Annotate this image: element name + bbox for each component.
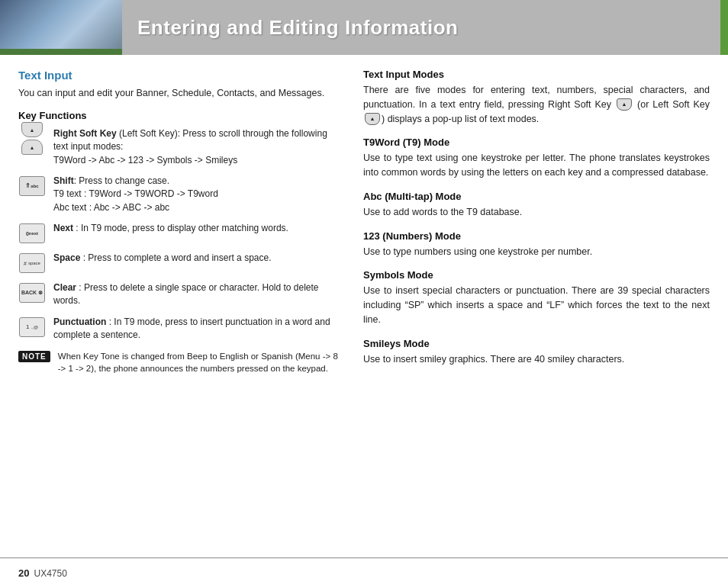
next-label: Next — [53, 223, 73, 233]
next-text: Next : In T9 mode, press to display othe… — [53, 222, 339, 235]
next-icon-wrap: 0next — [18, 223, 46, 244]
symbols-section: Symbols Mode Use to insert special chara… — [363, 269, 710, 326]
space-icon-wrap: # space — [18, 252, 46, 274]
smileys-text: Use to insert smiley graphics. There are… — [363, 352, 710, 367]
clear-label: Clear — [53, 282, 76, 293]
shift-label: Shift — [53, 175, 74, 186]
key-row-punct: 1 .,@ Punctuation : In T9 mode, press to… — [18, 316, 339, 342]
header: Entering and Editing Information — [0, 0, 728, 55]
next-key-icon: 0next — [19, 223, 45, 243]
numbers-text: Use to type numbers using one keystroke … — [363, 245, 710, 259]
left-soft-key-icon: ▲ — [21, 140, 43, 155]
note-row: NOTE When Key Tone is changed from Beep … — [18, 350, 339, 375]
abc-text: Use to add words to the T9 database. — [363, 205, 710, 220]
key-row-next: 0next Next : In T9 mode, press to displa… — [18, 222, 339, 244]
softkey-icon: ▲ ▲ — [18, 128, 46, 149]
right-soft-key-inline-icon: ▲ — [617, 98, 632, 111]
abc-section: Abc (Multi-tap) Mode Use to add words to… — [363, 191, 710, 220]
footer-page-number: 20 — [18, 567, 29, 579]
shift-key-icon: ⇑ abc — [19, 176, 45, 196]
text-input-modes-section: Text Input Modes There are five modes fo… — [363, 69, 710, 126]
header-accent — [720, 0, 728, 55]
t9word-text: Use to type text using one keystroke per… — [363, 151, 710, 180]
section-title: Text Input — [18, 69, 339, 82]
symbols-text: Use to insert special characters or punc… — [363, 284, 710, 326]
intro-text: You can input and edit your Banner, Sche… — [18, 86, 339, 101]
space-label: Space — [53, 252, 80, 263]
t9word-title: T9Word (T9) Mode — [363, 137, 710, 148]
note-badge: NOTE — [18, 351, 50, 362]
space-key-icon: # space — [19, 253, 45, 273]
header-image — [0, 0, 122, 55]
smileys-title: Smileys Mode — [363, 338, 710, 349]
back-key-icon: BACK ⊗ — [19, 283, 45, 303]
key-functions: ▲ ▲ Right Soft Key (Left Soft Key): Pres… — [18, 127, 339, 342]
left-column: Text Input You can input and edit your B… — [18, 69, 339, 557]
smileys-section: Smileys Mode Use to insert smiley graphi… — [363, 338, 710, 367]
key-row-space: # space Space : Press to complete a word… — [18, 252, 339, 274]
footer-model: UX4750 — [34, 568, 66, 579]
numbers-title: 123 (Numbers) Mode — [363, 230, 710, 242]
right-soft-key-icon: ▲ — [21, 122, 43, 137]
space-text: Space : Press to complete a word and ins… — [53, 252, 339, 265]
softkey-text: Right Soft Key (Left Soft Key): Press to… — [53, 127, 339, 167]
symbols-title: Symbols Mode — [363, 269, 710, 281]
header-title: Entering and Editing Information — [137, 16, 458, 40]
softkey-modes: T9Word -> Abc -> 123 -> Symbols -> Smile… — [53, 155, 237, 165]
numbers-section: 123 (Numbers) Mode Use to type numbers u… — [363, 230, 710, 259]
shift-icon-wrap: ⇑ abc — [18, 175, 46, 197]
punct-icon-wrap: 1 .,@ — [18, 316, 46, 338]
punct-label: Punctuation — [53, 316, 106, 327]
t9word-section: T9Word (T9) Mode Use to type text using … — [363, 137, 710, 180]
footer: 20 UX4750 — [0, 557, 728, 588]
content-area: Text Input You can input and edit your B… — [0, 55, 728, 557]
softkey-label: Right Soft Key — [53, 128, 117, 139]
punct-text: Punctuation : In T9 mode, press to inser… — [53, 316, 339, 342]
one-key-icon: 1 .,@ — [19, 317, 45, 337]
note-text: When Key Tone is changed from Beep to En… — [58, 350, 339, 375]
left-soft-key-inline-icon: ▲ — [365, 113, 380, 125]
key-row-clear: BACK ⊗ Clear : Press to delete a single … — [18, 281, 339, 308]
text-input-modes-title: Text Input Modes — [363, 69, 710, 80]
header-title-bar: Entering and Editing Information — [122, 0, 720, 55]
clear-icon-wrap: BACK ⊗ — [18, 282, 46, 304]
text-input-modes-intro: There are five modes for entering text, … — [363, 83, 710, 126]
right-column: Text Input Modes There are five modes fo… — [363, 69, 710, 557]
abc-title: Abc (Multi-tap) Mode — [363, 191, 710, 202]
key-row-softkey: ▲ ▲ Right Soft Key (Left Soft Key): Pres… — [18, 127, 339, 167]
clear-text: Clear : Press to delete a single space o… — [53, 281, 339, 308]
shift-text: Shift: Press to change case. T9 text : T… — [53, 175, 339, 214]
key-row-shift: ⇑ abc Shift: Press to change case. T9 te… — [18, 175, 339, 214]
key-functions-title: Key Functions — [18, 110, 339, 121]
